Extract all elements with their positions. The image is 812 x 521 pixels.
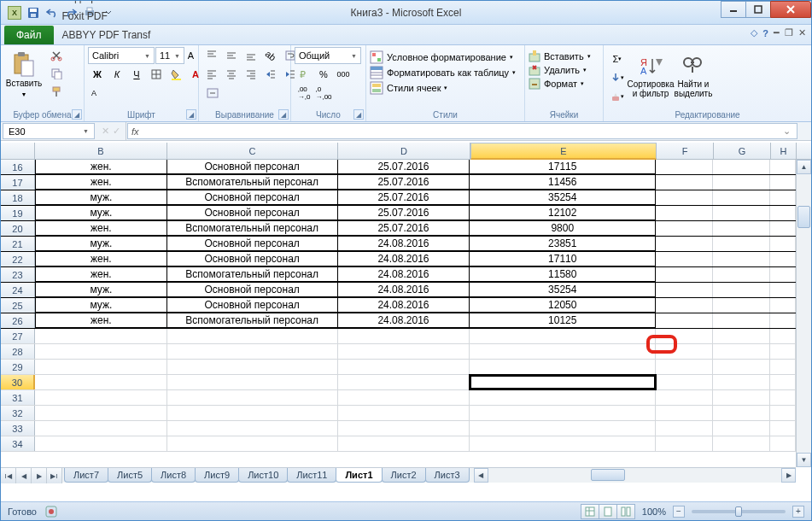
row-header[interactable]: 22 <box>1 252 35 266</box>
cell[interactable]: 24.08.2016 <box>338 237 470 251</box>
cell[interactable] <box>770 283 796 297</box>
save-icon[interactable] <box>25 4 42 21</box>
border-icon[interactable] <box>147 66 166 83</box>
cell[interactable] <box>35 406 167 420</box>
cell[interactable] <box>656 329 713 343</box>
cell[interactable]: Основной персонал <box>167 252 338 266</box>
sheet-tab[interactable]: Лист10 <box>238 468 288 483</box>
fill-icon[interactable]: ▾ <box>607 69 628 86</box>
align-left-icon[interactable] <box>202 66 221 83</box>
cell[interactable]: 17110 <box>470 252 656 266</box>
cell[interactable] <box>713 298 770 313</box>
column-header[interactable]: G <box>714 143 771 159</box>
cell[interactable] <box>656 252 713 266</box>
row-header[interactable]: 34 <box>1 436 35 451</box>
cell[interactable] <box>770 390 796 405</box>
scroll-left-icon[interactable]: ◀ <box>474 468 488 483</box>
decrease-indent-icon[interactable] <box>261 66 280 83</box>
increase-font-icon[interactable]: A <box>185 47 196 64</box>
row-header[interactable]: 32 <box>1 406 35 420</box>
macro-record-icon[interactable] <box>45 506 57 518</box>
copy-icon[interactable] <box>47 65 66 82</box>
format-cells-button[interactable]: Формат▾ <box>529 78 584 90</box>
cell[interactable]: 35254 <box>470 190 656 205</box>
number-launcher-icon[interactable]: ◢ <box>353 109 364 120</box>
cell[interactable]: 24.08.2016 <box>338 298 470 313</box>
cell[interactable] <box>770 175 796 190</box>
clear-icon[interactable]: ▾ <box>607 88 628 105</box>
cell[interactable] <box>656 237 713 251</box>
scroll-down-icon[interactable]: ▼ <box>797 453 811 467</box>
sheet-tab[interactable]: Лист8 <box>151 468 196 483</box>
row-header[interactable]: 18 <box>1 190 35 205</box>
cell[interactable] <box>656 267 713 282</box>
accounting-icon[interactable]: ₽ <box>295 66 313 83</box>
cell[interactable] <box>470 406 656 420</box>
cell[interactable]: жен. <box>35 175 167 190</box>
cell[interactable]: 17115 <box>470 160 656 174</box>
cell[interactable] <box>35 344 167 359</box>
cell[interactable]: 10125 <box>470 313 656 328</box>
first-sheet-icon[interactable]: I◀ <box>1 468 16 483</box>
minimize-ribbon-icon[interactable]: ◇ <box>751 27 757 38</box>
mdi-restore-icon[interactable]: ❐ <box>785 27 793 38</box>
align-center-icon[interactable] <box>222 66 241 83</box>
sheet-tab[interactable]: Лист5 <box>108 468 152 483</box>
cell[interactable] <box>167 375 338 389</box>
fill-color-icon[interactable] <box>166 66 185 83</box>
cell[interactable]: Вспомогательный персонал <box>167 175 338 190</box>
cell[interactable] <box>713 313 770 328</box>
increase-decimal-icon[interactable]: ,00→,0 <box>295 85 313 102</box>
cell[interactable] <box>35 436 167 451</box>
row-header[interactable]: 31 <box>1 390 35 405</box>
zoom-slider[interactable] <box>692 510 786 513</box>
cell[interactable]: 23851 <box>470 237 656 251</box>
cell[interactable] <box>656 206 713 220</box>
cell[interactable]: Основной персонал <box>167 237 338 251</box>
cell[interactable] <box>713 360 770 374</box>
cell[interactable] <box>770 237 796 251</box>
cell[interactable]: Основной персонал <box>167 283 338 297</box>
last-sheet-icon[interactable]: ▶I <box>47 468 62 483</box>
cell[interactable] <box>35 360 167 374</box>
cell[interactable] <box>713 175 770 190</box>
vertical-scrollbar[interactable]: ▲ ▼ <box>796 160 811 467</box>
name-box[interactable]: E30▼ <box>3 123 95 139</box>
cell[interactable] <box>167 360 338 374</box>
cell[interactable] <box>656 375 713 389</box>
cell[interactable] <box>338 390 470 405</box>
help-icon[interactable]: ? <box>762 28 768 38</box>
cell[interactable] <box>713 267 770 282</box>
zoom-in-icon[interactable]: + <box>792 506 804 518</box>
cell[interactable] <box>713 421 770 436</box>
row-header[interactable]: 27 <box>1 329 35 343</box>
cell[interactable]: 25.07.2016 <box>338 160 470 174</box>
insert-cells-button[interactable]: Вставить▾ <box>529 50 591 62</box>
cell[interactable]: Основной персонал <box>167 190 338 205</box>
cell[interactable] <box>713 436 770 451</box>
sheet-tab[interactable]: Лист7 <box>64 468 108 483</box>
cell[interactable] <box>35 421 167 436</box>
cell[interactable]: 25.07.2016 <box>338 175 470 190</box>
column-header[interactable]: B <box>35 143 167 159</box>
bold-icon[interactable]: Ж <box>88 66 107 83</box>
row-header[interactable]: 29 <box>1 360 35 374</box>
cell[interactable] <box>770 329 796 343</box>
prev-sheet-icon[interactable]: ◀ <box>16 468 32 483</box>
cell[interactable] <box>770 252 796 266</box>
percent-icon[interactable]: % <box>314 66 333 83</box>
page-break-view-icon[interactable] <box>616 504 635 519</box>
cell[interactable] <box>770 344 796 359</box>
scroll-right-icon[interactable]: ▶ <box>781 468 796 483</box>
cell[interactable]: Основной персонал <box>167 206 338 220</box>
cell[interactable] <box>656 360 713 374</box>
cell[interactable] <box>470 344 656 359</box>
paste-button[interactable]: Вставить▼ <box>4 47 44 105</box>
cell[interactable] <box>470 436 656 451</box>
close-button[interactable] <box>770 1 811 18</box>
cell[interactable] <box>338 436 470 451</box>
alignment-launcher-icon[interactable]: ◢ <box>278 109 289 120</box>
cell[interactable] <box>713 283 770 297</box>
cell[interactable]: 35254 <box>470 283 656 297</box>
cell[interactable] <box>35 329 167 343</box>
